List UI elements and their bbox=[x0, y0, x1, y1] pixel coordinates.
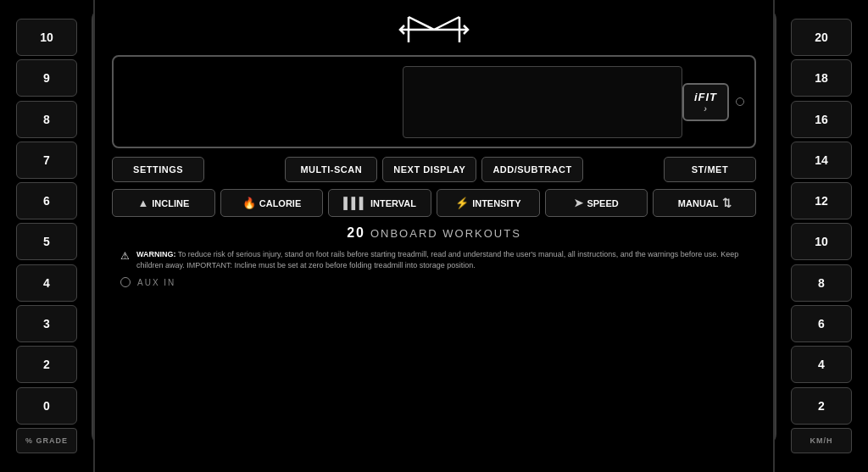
svg-line-2 bbox=[409, 17, 434, 30]
left-btn-3[interactable]: 3 bbox=[16, 305, 77, 342]
warning-area: ⚠ WARNING: To reduce risk of serious inj… bbox=[112, 249, 756, 270]
calorie-label: CALORIE bbox=[259, 198, 302, 208]
st-met-button[interactable]: ST/MET bbox=[664, 157, 756, 182]
right-btn-2[interactable]: 2 bbox=[791, 387, 852, 425]
incline-icon: ▲ bbox=[137, 197, 148, 209]
calorie-icon: 🔥 bbox=[242, 197, 256, 209]
add-subtract-button[interactable]: ADD/SUBTRACT bbox=[481, 157, 582, 182]
next-display-button[interactable]: NEXT DISPLAY bbox=[382, 157, 476, 182]
left-btn-6[interactable]: 6 bbox=[16, 182, 77, 219]
control-buttons-row: SETTINGS MULTI-SCAN NEXT DISPLAY ADD/SUB… bbox=[112, 157, 756, 182]
speed-icon: ➤ bbox=[574, 197, 583, 209]
intensity-label: INTENSITY bbox=[472, 198, 520, 208]
warning-body: To reduce risk of serious injury, stand … bbox=[136, 250, 738, 269]
right-btn-4[interactable]: 4 bbox=[791, 346, 852, 383]
logo-area bbox=[112, 8, 756, 51]
manual-arrows-icon: ⇅ bbox=[722, 197, 732, 209]
onboard-workouts-label: 20 ONBOARD WORKOUTS bbox=[347, 225, 521, 241]
left-speed-panel: 10 9 8 7 6 5 4 3 2 0 % GRADE bbox=[0, 0, 93, 472]
ifit-button[interactable]: iFIT › bbox=[682, 83, 729, 121]
left-btn-7[interactable]: 7 bbox=[16, 142, 77, 179]
aux-label: AUX IN bbox=[137, 278, 175, 287]
left-btn-0[interactable]: 0 bbox=[16, 387, 77, 425]
aux-in-row: AUX IN bbox=[112, 277, 756, 287]
left-btn-2[interactable]: 2 bbox=[16, 346, 77, 383]
right-btn-6[interactable]: 6 bbox=[791, 305, 852, 342]
right-btn-12[interactable]: 12 bbox=[791, 182, 852, 219]
status-dot-indicator bbox=[736, 97, 744, 106]
center-panel: iFIT › SETTINGS MULTI-SCAN NEXT DISPLAY … bbox=[93, 0, 775, 472]
left-btn-4[interactable]: 4 bbox=[16, 264, 77, 302]
console: 10 9 8 7 6 5 4 3 2 0 % GRADE 20 18 16 14… bbox=[0, 0, 868, 472]
right-btn-14[interactable]: 14 bbox=[791, 142, 852, 179]
main-display-area: iFIT › bbox=[112, 55, 756, 148]
interval-icon: ▌▌▌ bbox=[343, 197, 367, 209]
onboard-count: 20 bbox=[347, 225, 365, 241]
display-left-readout bbox=[124, 68, 403, 136]
display-right-controls: iFIT › bbox=[682, 83, 744, 121]
interval-button[interactable]: ▌▌▌ INTERVAL bbox=[328, 189, 431, 217]
right-speed-panel: 20 18 16 14 12 10 8 6 4 2 KM/H bbox=[775, 0, 868, 472]
right-btn-10[interactable]: 10 bbox=[791, 223, 852, 260]
left-btn-9[interactable]: 9 bbox=[16, 59, 77, 97]
nordictrack-logo bbox=[396, 13, 472, 47]
manual-button[interactable]: MANUAL ⇅ bbox=[653, 189, 756, 217]
ifit-label: iFIT bbox=[694, 91, 717, 103]
left-panel-label: % GRADE bbox=[16, 428, 77, 453]
right-btn-18[interactable]: 18 bbox=[791, 59, 852, 97]
onboard-text: ONBOARD WORKOUTS bbox=[370, 227, 521, 240]
svg-line-3 bbox=[434, 17, 459, 30]
right-btn-20[interactable]: 20 bbox=[791, 19, 852, 56]
intensity-icon: ⚡ bbox=[455, 197, 469, 209]
manual-label: MANUAL bbox=[678, 198, 719, 208]
speed-label: SPEED bbox=[587, 198, 618, 208]
intensity-button[interactable]: ⚡ INTENSITY bbox=[437, 189, 540, 217]
calorie-button[interactable]: 🔥 CALORIE bbox=[220, 189, 324, 217]
settings-button[interactable]: SETTINGS bbox=[112, 157, 204, 182]
mode-buttons-row: ▲ INCLINE 🔥 CALORIE ▌▌▌ INTERVAL ⚡ INTEN… bbox=[112, 189, 756, 217]
ifit-arrow-icon: › bbox=[704, 103, 708, 114]
right-panel-label: KM/H bbox=[791, 428, 852, 453]
speed-button[interactable]: ➤ SPEED bbox=[545, 189, 648, 217]
warning-icon: ⚠ bbox=[120, 250, 130, 262]
left-btn-5[interactable]: 5 bbox=[16, 223, 77, 260]
multi-scan-button[interactable]: MULTI-SCAN bbox=[285, 157, 377, 182]
incline-button[interactable]: ▲ INCLINE bbox=[112, 189, 215, 217]
warning-label: WARNING: bbox=[136, 250, 176, 258]
right-btn-8[interactable]: 8 bbox=[791, 264, 852, 302]
main-screen bbox=[403, 66, 682, 138]
interval-label: INTERVAL bbox=[370, 198, 416, 208]
left-btn-10[interactable]: 10 bbox=[16, 19, 77, 56]
incline-label: INCLINE bbox=[152, 198, 189, 208]
aux-circle-icon bbox=[120, 277, 131, 287]
left-btn-8[interactable]: 8 bbox=[16, 101, 77, 138]
right-btn-16[interactable]: 16 bbox=[791, 101, 852, 138]
warning-text: WARNING: To reduce risk of serious injur… bbox=[136, 249, 748, 270]
